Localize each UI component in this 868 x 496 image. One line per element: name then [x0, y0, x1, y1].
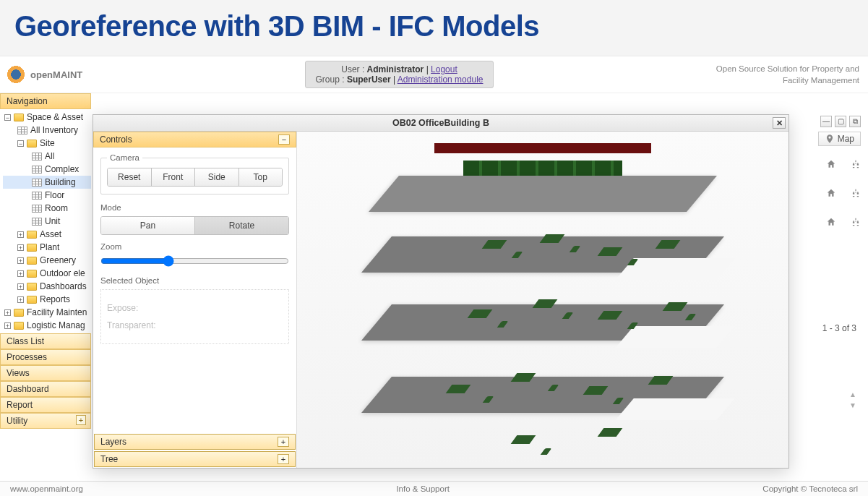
chair-icon	[541, 448, 552, 455]
accordion-views[interactable]: Views	[0, 365, 91, 381]
tree-item-site[interactable]: −Site	[3, 137, 91, 150]
grid-icon	[32, 153, 42, 161]
mode-label: Mode	[100, 203, 289, 212]
desk-icon	[511, 435, 536, 444]
collapse-icon[interactable]: −	[4, 114, 11, 121]
mode-rotate-button[interactable]: Rotate	[195, 217, 288, 234]
accordion-class-list[interactable]: Class List	[0, 333, 91, 349]
pin-icon	[825, 134, 835, 144]
close-icon[interactable]: ✕	[773, 117, 786, 129]
grid-icon	[32, 166, 42, 174]
grid-icon	[32, 205, 42, 213]
camera-front-button[interactable]: Front	[152, 168, 196, 186]
layers-header[interactable]: Layers +	[94, 434, 296, 450]
tree-item-space-asset[interactable]: −Space & Asset	[3, 111, 91, 124]
floor-slab	[361, 377, 724, 413]
camera-top-button[interactable]: Top	[239, 168, 283, 186]
folder-icon	[27, 140, 37, 147]
logo-mark-icon	[6, 64, 26, 85]
grid-icon	[32, 218, 42, 226]
mode-pan-button[interactable]: Pan	[101, 217, 195, 234]
tree-item-plant[interactable]: +Plant	[3, 241, 91, 254]
accordion-processes[interactable]: Processes	[0, 349, 91, 365]
tree-item-building[interactable]: Building	[3, 176, 91, 189]
restore-icon[interactable]: ⧉	[849, 116, 861, 127]
logout-link[interactable]: Logout	[431, 64, 457, 74]
folder-icon	[27, 231, 37, 239]
tree-item-all-inventory[interactable]: All Inventory	[3, 124, 91, 137]
selected-object-panel: Expose: Transparent:	[100, 289, 289, 344]
tree-item-floor[interactable]: Floor	[3, 189, 91, 202]
folder-icon	[27, 257, 37, 265]
tree-item-unit[interactable]: Unit	[3, 215, 91, 228]
bim-viewer-modal: OB02 OfficeBuilding B ✕ Controls − Camer…	[93, 114, 789, 469]
map-button[interactable]: Map	[818, 132, 861, 146]
tree-item-site-all[interactable]: All	[3, 150, 91, 163]
tree-item-asset[interactable]: +Asset	[3, 228, 91, 241]
home-icon[interactable]	[826, 217, 836, 227]
home-icon[interactable]	[826, 159, 836, 169]
grid-icon	[32, 179, 42, 187]
expand-icon[interactable]: +	[76, 415, 86, 425]
expand-icon[interactable]: +	[17, 270, 24, 277]
nav-tree: −Space & Asset All Inventory −Site All C…	[0, 109, 91, 333]
admin-module-link[interactable]: Administration module	[398, 74, 484, 85]
footer-link-support[interactable]: Info & Support	[396, 484, 450, 493]
3d-viewport[interactable]	[297, 132, 788, 468]
tree-item-reports[interactable]: +Reports	[3, 293, 91, 306]
tree-item-outdoor[interactable]: +Outdoor ele	[3, 267, 91, 280]
tree-item-room[interactable]: Room	[3, 202, 91, 215]
accordion-report[interactable]: Report	[0, 397, 91, 413]
collapse-icon[interactable]: −	[17, 140, 24, 147]
expand-icon[interactable]: +	[278, 437, 289, 447]
expand-icon[interactable]: +	[17, 296, 24, 303]
grid-icon	[32, 192, 42, 200]
modal-title: OB02 OfficeBuilding B ✕	[93, 115, 788, 132]
footer-copyright: Copyright © Tecnoteca srl	[762, 484, 858, 493]
home-icon[interactable]	[826, 188, 836, 198]
maximize-icon[interactable]: ▢	[835, 116, 846, 127]
footer-link-site[interactable]: www.openmaint.org	[10, 484, 83, 493]
roof-slab	[434, 143, 651, 153]
folder-icon	[27, 283, 37, 291]
accordion-dashboard[interactable]: Dashboard	[0, 381, 91, 397]
expand-icon[interactable]: +	[17, 231, 24, 238]
folder-icon	[27, 270, 37, 278]
expand-icon[interactable]: +	[4, 309, 11, 316]
collapse-icon[interactable]: −	[278, 134, 290, 145]
controls-header[interactable]: Controls −	[93, 132, 296, 147]
tree-item-logistic[interactable]: +Logistic Manag	[3, 319, 91, 332]
detail-scroll[interactable]: ▲▼	[849, 390, 856, 409]
folder-icon	[14, 114, 24, 121]
hierarchy-icon[interactable]	[851, 159, 861, 169]
sidebar: Navigation −Space & Asset All Inventory …	[0, 93, 91, 496]
tree-item-greenery[interactable]: +Greenery	[3, 254, 91, 267]
hierarchy-icon[interactable]	[851, 217, 861, 227]
camera-side-button[interactable]: Side	[195, 168, 239, 186]
folder-icon	[14, 309, 24, 317]
expand-icon[interactable]: +	[17, 257, 24, 264]
expand-icon[interactable]: +	[17, 283, 24, 290]
folder-icon	[14, 322, 24, 330]
brand-logo: openMAINT	[6, 64, 82, 85]
tree-header[interactable]: Tree +	[94, 451, 296, 467]
folder-icon	[27, 296, 37, 304]
tree-item-facility[interactable]: +Facility Mainten	[3, 306, 91, 319]
expand-icon[interactable]: +	[4, 322, 11, 329]
brand-name: openMAINT	[30, 69, 82, 80]
floor-slab	[369, 176, 717, 212]
hierarchy-icon[interactable]	[851, 188, 861, 198]
camera-reset-button[interactable]: Reset	[108, 168, 152, 186]
accordion-utility[interactable]: Utility+	[0, 413, 91, 429]
footer: www.openmaint.org Info & Support Copyrig…	[0, 481, 868, 496]
brand-tagline: Open Source Solution for Property and Fa…	[716, 63, 859, 86]
controls-panel: Controls − Camera Reset Front Side Top M…	[93, 132, 297, 468]
tree-item-dashboards[interactable]: +Dashboards	[3, 280, 91, 293]
expand-icon[interactable]: +	[17, 244, 24, 251]
expand-icon[interactable]: +	[278, 454, 289, 464]
nav-header[interactable]: Navigation	[0, 93, 91, 109]
tree-item-complex[interactable]: Complex	[3, 163, 91, 176]
zoom-slider[interactable]	[100, 255, 289, 267]
grid-icon	[17, 127, 27, 134]
minimize-icon[interactable]: —	[820, 116, 832, 127]
